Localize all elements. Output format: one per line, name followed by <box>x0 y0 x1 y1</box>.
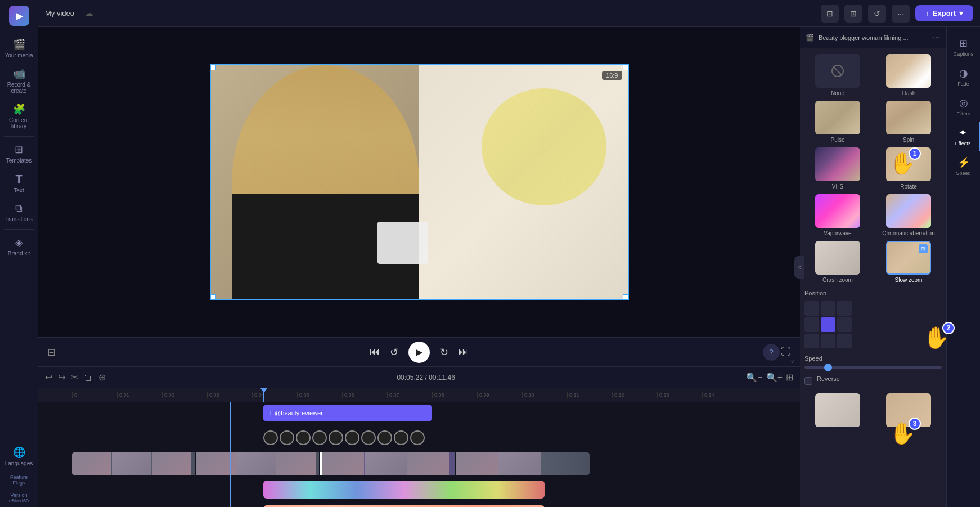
sidebar-item-text[interactable]: T Text <box>0 168 38 198</box>
delete-button[interactable]: 🗑 <box>84 373 93 383</box>
effect-thumb-chromatic <box>886 194 931 228</box>
position-cell-mc[interactable] <box>821 317 835 332</box>
effect-flash[interactable]: Flash <box>875 54 942 96</box>
icon-circle-10[interactable] <box>410 430 425 445</box>
effect-slow-zoom[interactable]: ⊞ Slow zoom <box>875 241 942 283</box>
sidebar-item-label: Templates <box>6 158 32 164</box>
app-logo: ▶ <box>9 6 29 26</box>
zoom-out-button[interactable]: 🔍− <box>746 372 762 383</box>
icon-circle-5[interactable] <box>329 430 343 445</box>
effect-thumb-pulse <box>815 101 860 134</box>
fullscreen-button[interactable]: ⛶ <box>781 346 791 358</box>
undo-button[interactable]: ↩ <box>45 372 52 383</box>
text-clip[interactable]: T @beautyreviewer <box>263 405 432 421</box>
ruler-mark: 0:14 <box>702 392 747 398</box>
effect-crash-zoom[interactable]: Crash zoom <box>804 241 871 283</box>
sidebar-item-languages[interactable]: 🌐 Languages <box>0 442 38 471</box>
resize-handle-bl[interactable] <box>210 294 216 300</box>
crop-tool-button[interactable]: ⊡ <box>821 5 839 23</box>
video-segment-3[interactable] <box>320 452 454 475</box>
video-segment-1[interactable] <box>72 452 195 475</box>
ruler-mark: 0:05 <box>297 392 342 398</box>
sidebar-item-content-library[interactable]: 🧩 Contentlibrary <box>0 98 38 134</box>
panel-collapse-button[interactable]: < <box>794 256 804 279</box>
effect-spin[interactable]: Spin <box>875 101 942 143</box>
forward-button[interactable]: ↻ <box>440 346 448 358</box>
rotate-tool-button[interactable]: ↺ <box>868 5 886 23</box>
position-cell-tl[interactable] <box>804 301 819 316</box>
expand-chevron[interactable]: ∨ <box>790 358 794 364</box>
position-cell-mr[interactable] <box>837 317 852 332</box>
sidebar-item-transitions[interactable]: ⧉ Transitions <box>0 198 38 227</box>
effect-vhs[interactable]: VHS <box>804 147 871 190</box>
effect-rotate[interactable]: Rotate <box>875 147 942 190</box>
color-effect-clip[interactable] <box>263 481 545 499</box>
effect-extra-1[interactable] <box>804 393 871 427</box>
reverse-section: Reverse <box>804 375 942 387</box>
icon-circle-9[interactable] <box>394 430 408 445</box>
export-button[interactable]: ↑ Export ▾ <box>915 5 973 21</box>
icon-circle-4[interactable] <box>312 430 327 445</box>
speed-panel-item[interactable]: ⚡ Speed <box>947 152 980 181</box>
ruler-mark: 0:13 <box>657 392 702 398</box>
speed-section-title: Speed <box>804 355 942 362</box>
redo-button[interactable]: ↪ <box>58 372 65 383</box>
resize-handle-tr[interactable] <box>623 65 628 70</box>
icon-circle-8[interactable] <box>377 430 392 445</box>
filters-panel-item[interactable]: ◎ Filters <box>947 92 980 121</box>
video-segment-2[interactable] <box>196 452 320 475</box>
effect-pulse[interactable]: Pulse <box>804 101 871 143</box>
effect-label-pulse: Pulse <box>830 137 844 143</box>
skip-forward-button[interactable]: ⏭ <box>458 346 469 358</box>
save-cloud-icon[interactable]: ☁ <box>84 8 93 19</box>
zoom-in-button[interactable]: 🔍+ <box>766 372 783 383</box>
ruler-mark: 0:06 <box>342 392 387 398</box>
position-cell-br[interactable] <box>837 334 852 348</box>
position-cell-tr[interactable] <box>837 301 852 316</box>
panel-expand-button[interactable]: ⋯ <box>932 32 941 43</box>
sidebar-item-record[interactable]: 📹 Record &create <box>0 63 38 98</box>
position-cell-bl[interactable] <box>804 334 819 348</box>
speed-slider[interactable] <box>804 366 942 369</box>
video-segment-4[interactable] <box>456 452 590 475</box>
skip-back-button[interactable]: ⏮ <box>370 346 380 358</box>
effect-chromatic-aberration[interactable]: Chromatic aberration <box>875 194 942 236</box>
resize-handle-br[interactable] <box>623 294 628 300</box>
audio-track-row <box>72 503 800 507</box>
effect-none[interactable]: None <box>804 54 871 96</box>
cut-button[interactable]: ✂ <box>71 372 78 383</box>
icon-circle-2[interactable] <box>280 430 294 445</box>
sidebar-item-templates[interactable]: ⊞ Templates <box>0 139 38 168</box>
fit-timeline-button[interactable]: ⊞ <box>786 372 793 383</box>
play-pause-button[interactable]: ▶ <box>408 342 430 363</box>
icon-circle-3[interactable] <box>296 430 311 445</box>
rewind-button[interactable]: ↺ <box>390 346 398 358</box>
fade-panel-item[interactable]: ◑ Fade <box>947 62 980 91</box>
icon-circle-6[interactable] <box>345 430 359 445</box>
captions-panel-item[interactable]: ⊞ Captions <box>947 33 980 61</box>
icon-circle-1[interactable] <box>263 430 278 445</box>
reverse-label: Reverse <box>817 375 840 382</box>
position-cell-ml[interactable] <box>804 317 819 332</box>
sidebar-item-brand-kit[interactable]: ◈ Brand kit <box>0 232 38 261</box>
playhead[interactable] <box>263 388 264 402</box>
help-button[interactable]: ? <box>763 344 780 361</box>
position-cell-bc[interactable] <box>821 334 835 348</box>
resize-handle-tl[interactable] <box>210 65 216 70</box>
effect-vaporwave[interactable]: Vaporwave <box>804 194 871 236</box>
add-clip-button[interactable]: ⊕ <box>98 372 106 383</box>
sidebar-item-your-media[interactable]: 🎬 Your media <box>0 34 38 63</box>
reverse-checkbox[interactable] <box>804 377 812 385</box>
icon-circle-7[interactable] <box>361 430 376 445</box>
more-tool-button[interactable]: ··· <box>892 5 910 23</box>
ruler-mark: 0:03 <box>207 392 252 398</box>
video-track[interactable] <box>72 452 590 475</box>
effect-thumb-extra-2 <box>886 393 931 427</box>
brand-icon: ◈ <box>15 236 23 249</box>
filters-icon: ◎ <box>959 97 968 109</box>
position-cell-tc[interactable] <box>821 301 835 316</box>
subtitle-toggle-button[interactable]: ⊟ <box>47 346 56 358</box>
expand-tool-button[interactable]: ⊞ <box>844 5 862 23</box>
effect-extra-2[interactable] <box>875 393 942 427</box>
effects-panel-item[interactable]: ✦ Effects <box>947 122 980 151</box>
